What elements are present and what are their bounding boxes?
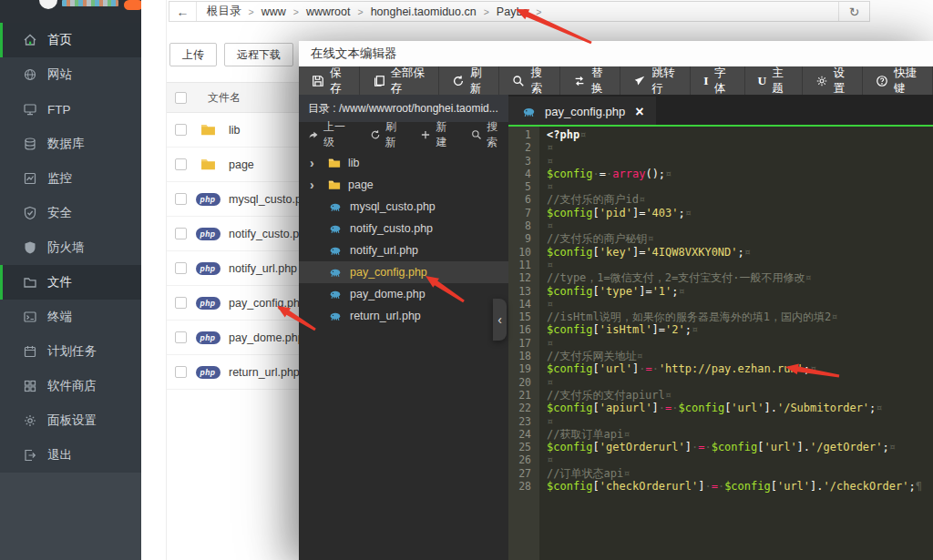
- sidebar-item-firewall[interactable]: 防火墙: [0, 230, 141, 265]
- editor-toolbar-refresh[interactable]: 刷新: [439, 66, 500, 95]
- sidebar-item-label: 数据库: [47, 136, 85, 152]
- row-checkbox[interactable]: [175, 124, 187, 136]
- editor-toolbar-goto-line[interactable]: 跳转行: [620, 66, 691, 95]
- sidebar-item-security[interactable]: 安全: [0, 196, 141, 230]
- tree-action-up-level[interactable]: 上一级: [308, 119, 356, 150]
- code-token: ¤: [665, 389, 672, 402]
- tree-action-label: 刷新: [385, 119, 407, 150]
- code-token: '403': [645, 207, 678, 219]
- code-token: ¤: [636, 350, 642, 362]
- code-token: //isHtml说明，如果你的服务器是海外的填1，国内的填2: [547, 311, 831, 323]
- tree-item-notify_custo-php[interactable]: notify_custo.php: [299, 218, 508, 239]
- file-name: page: [229, 158, 254, 171]
- sidebar-item-database[interactable]: 数据库: [0, 127, 141, 161]
- code-token: ¤: [547, 337, 553, 350]
- row-checkbox[interactable]: [175, 366, 187, 378]
- code-token: 'isHtml': [600, 323, 652, 336]
- tree-item-page[interactable]: ›page: [299, 174, 508, 196]
- refresh-button[interactable]: ↻: [838, 2, 869, 21]
- line-number: 18: [508, 350, 531, 362]
- code-token: [: [593, 246, 600, 259]
- editor-toolbar-font[interactable]: I字体: [691, 66, 744, 95]
- sidebar-item-appstore[interactable]: 软件商店: [0, 369, 141, 403]
- sidebar-item-logout[interactable]: 退出: [0, 438, 141, 473]
- tree-item-notify_url-php[interactable]: notify_url.php: [299, 239, 508, 261]
- row-checkbox[interactable]: [175, 297, 187, 309]
- tree-action-refresh[interactable]: 刷新: [370, 119, 407, 150]
- tree-item-lib[interactable]: ›lib: [299, 152, 508, 174]
- line-number: 1: [508, 128, 531, 141]
- row-checkbox[interactable]: [175, 158, 187, 170]
- collapse-tree-handle[interactable]: ‹: [493, 299, 507, 341]
- code-token: ;: [672, 285, 678, 298]
- editor-toolbar-search[interactable]: 搜索: [499, 66, 560, 95]
- code-token: ¤: [685, 207, 692, 219]
- sidebar-item-monitor[interactable]: 监控: [0, 161, 141, 196]
- code-token: ·: [593, 168, 600, 180]
- code-token: 'url': [777, 480, 810, 493]
- breadcrumb-item[interactable]: PayLe: [497, 5, 528, 18]
- tree-item-return_url-php[interactable]: return_url.php: [299, 305, 508, 327]
- row-checkbox[interactable]: [175, 262, 187, 274]
- code-token: //type，1=微信支付，2=支付宝支付·一般不用修改: [547, 271, 805, 284]
- appstore-icon: [23, 379, 37, 393]
- tree-item-pay_dome-php[interactable]: pay_dome.php: [299, 283, 508, 305]
- code-token: 'checkOrderurl': [600, 480, 698, 493]
- code-token: 'url': [600, 362, 632, 375]
- back-button[interactable]: ←: [169, 2, 197, 21]
- breadcrumb-separator: >: [249, 6, 254, 17]
- sidebar-item-home[interactable]: 首页: [0, 23, 141, 57]
- row-checkbox[interactable]: [175, 331, 187, 343]
- php-badge-icon: php: [196, 193, 220, 206]
- php-icon: [327, 223, 343, 235]
- sidebar-item-files[interactable]: 文件: [0, 265, 141, 300]
- breadcrumb-item[interactable]: wwwroot: [306, 5, 351, 18]
- select-all-checkbox[interactable]: [175, 92, 187, 104]
- editor-toolbar-label: 设置: [834, 66, 850, 97]
- tree-action-label: 新建: [436, 119, 457, 150]
- tab-close-icon[interactable]: ×: [635, 105, 643, 119]
- code-line: $config['pid']='403';¤: [547, 207, 933, 219]
- php-badge-icon: php: [196, 297, 220, 310]
- editor-toolbar-settings[interactable]: 设置: [803, 66, 864, 95]
- ftp-icon: [23, 102, 37, 117]
- panel-logo: [0, 0, 141, 23]
- row-checkbox[interactable]: [175, 228, 187, 239]
- breadcrumb-item[interactable]: www: [261, 5, 286, 18]
- file-toolbar-button-0[interactable]: 上传: [169, 43, 217, 66]
- editor-toolbar-label: 主题: [772, 66, 788, 97]
- editor-tabbar: pay_config.php ×: [508, 95, 933, 127]
- editor-toolbar-theme[interactable]: U主题: [745, 66, 803, 95]
- editor-toolbar-save-all[interactable]: 全部保存: [360, 66, 439, 95]
- editor-titlebar[interactable]: 在线文本编辑器: [299, 41, 933, 66]
- sidebar-item-terminal[interactable]: 终端: [0, 300, 141, 334]
- line-number: 3: [508, 155, 531, 168]
- tree-action-search[interactable]: 搜索: [471, 119, 508, 150]
- code-token: ¤: [623, 428, 630, 441]
- breadcrumb-item[interactable]: 根目录: [207, 4, 241, 19]
- code-token: '/getOrder': [810, 441, 882, 453]
- home-icon: [23, 33, 37, 47]
- code-editor[interactable]: 1234567891011121314151617181920212223242…: [508, 127, 933, 560]
- tree-action-plus[interactable]: 新建: [420, 119, 457, 150]
- tree-item-mysql_custo-php[interactable]: mysql_custo.php: [299, 196, 508, 218]
- row-checkbox[interactable]: [175, 193, 187, 205]
- line-number: 23: [508, 415, 531, 428]
- breadcrumb-item[interactable]: honghei.taomiduo.cn: [371, 5, 477, 18]
- line-number: 19: [508, 362, 531, 375]
- sidebar-item-site[interactable]: 网站: [0, 57, 141, 92]
- editor-toolbar-hotkeys[interactable]: 快捷键: [863, 66, 933, 95]
- tree-item-pay_config-php[interactable]: pay_config.php: [299, 261, 508, 283]
- font-icon: I: [703, 75, 708, 87]
- code-token: <?php: [547, 128, 579, 141]
- file-toolbar-button-1[interactable]: 远程下载: [224, 43, 293, 66]
- code-token: =: [645, 362, 651, 375]
- sidebar-item-settings[interactable]: 面板设置: [0, 403, 141, 438]
- sidebar-item-cron[interactable]: 计划任务: [0, 334, 141, 369]
- editor-toolbar-replace[interactable]: 替换: [560, 66, 621, 95]
- sidebar-item-ftp[interactable]: FTP: [0, 92, 141, 127]
- code-token: $config: [547, 246, 593, 259]
- editor-toolbar-save[interactable]: 保存: [299, 66, 360, 95]
- tab-pay-config-php[interactable]: pay_config.php ×: [508, 97, 656, 127]
- breadcrumb-separator: >: [293, 6, 299, 17]
